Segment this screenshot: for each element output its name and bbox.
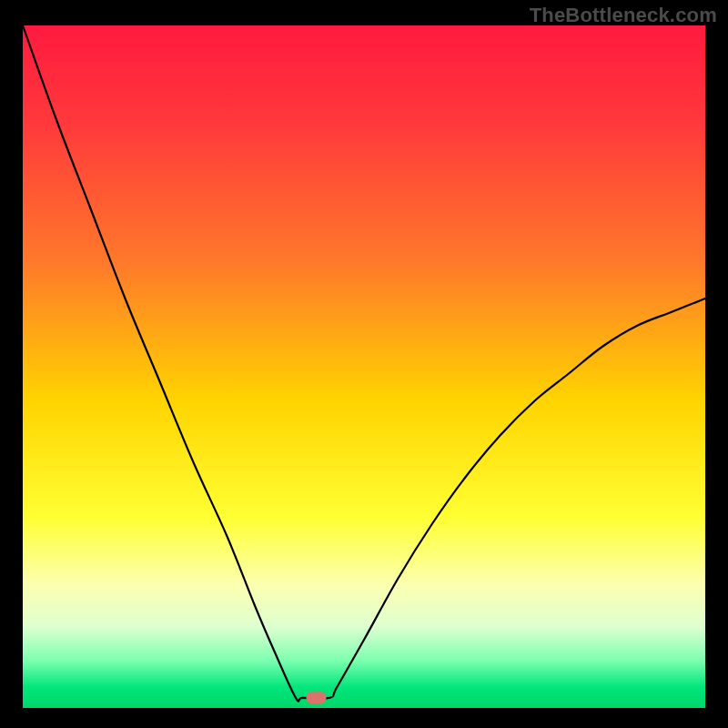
optimal-marker (307, 692, 327, 703)
watermark-text: TheBottleneck.com (530, 4, 717, 27)
bottleneck-chart (0, 0, 728, 728)
plot-background (23, 25, 705, 708)
chart-frame: TheBottleneck.com (0, 0, 728, 728)
